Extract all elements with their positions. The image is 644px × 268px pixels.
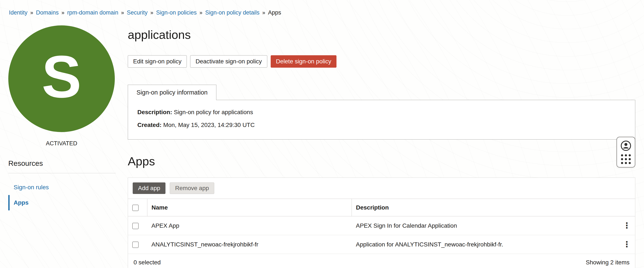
description-value: Sign-on policy for applications [174,109,253,115]
kebab-menu-icon[interactable]: ⋮ [623,221,631,230]
policy-actions: Edit sign-on policy Deactivate sign-on p… [128,55,635,68]
main-content: applications Edit sign-on policy Deactiv… [128,19,644,268]
status-badge: ACTIVATED [8,140,115,147]
breadcrumb-sign-on-policies[interactable]: Sign-on policies [156,9,197,16]
sidebar-item-apps[interactable]: Apps [8,195,128,210]
apps-grid-icon[interactable] [621,154,631,164]
breadcrumb: Identity » Domains » rpm-domain domain »… [0,0,644,16]
apps-card: Add app Remove app Name Description [128,178,635,268]
breadcrumb-security[interactable]: Security [127,9,148,16]
apps-table: Name Description APEX App APEX Sign In f… [128,199,635,254]
apps-toolbar: Add app Remove app [128,178,635,199]
column-header-name: Name [147,199,352,216]
row-actions-cell: ⋮ [617,216,635,235]
table-row: APEX App APEX Sign In for Calendar Appli… [128,216,635,235]
sidebar-divider [8,173,116,173]
breadcrumb-sign-on-policy-details[interactable]: Sign-on policy details [205,9,260,16]
app-description-cell: APEX Sign In for Calendar Application [352,216,617,235]
breadcrumb-separator-icon: » [62,10,64,16]
breadcrumb-separator-icon: » [150,10,153,16]
breadcrumb-domains[interactable]: Domains [36,9,59,16]
edit-sign-on-policy-button[interactable]: Edit sign-on policy [128,55,187,68]
table-footer: 0 selected Showing 2 items [128,254,635,268]
policy-info-panel: Description: Sign-on policy for applicat… [128,100,635,140]
app-description-cell: Application for ANALYTICSINST_newoac-fre… [352,235,617,254]
deactivate-sign-on-policy-button[interactable]: Deactivate sign-on policy [190,55,267,68]
breadcrumb-separator-icon: » [30,10,33,16]
sidebar: S ACTIVATED Resources Sign-on rules Apps [0,19,128,268]
policy-avatar: S [8,25,115,132]
table-header-row: Name Description [128,199,635,216]
delete-sign-on-policy-button[interactable]: Delete sign-on policy [271,55,337,68]
breadcrumb-current-apps: Apps [268,9,281,16]
selected-count: 0 selected [134,259,161,266]
row-actions-cell: ⋮ [617,235,635,254]
apps-section-title: Apps [128,155,635,168]
row-select-cell [128,216,147,235]
resources-nav: Sign-on rules Apps [8,180,128,210]
table-row: ANALYTICSINST_newoac-frekjrohbikf-fr App… [128,235,635,254]
page-title: applications [128,28,635,41]
app-name-cell: ANALYTICSINST_newoac-frekjrohbikf-fr [147,235,352,254]
remove-app-button[interactable]: Remove app [170,182,214,194]
description-field: Description: Sign-on policy for applicat… [137,109,626,116]
row-checkbox[interactable] [132,241,139,248]
tab-sign-on-policy-information[interactable]: Sign-on policy information [128,85,216,100]
created-field: Created: Mon, May 15, 2023, 14:29:30 UTC [137,121,626,129]
add-app-button[interactable]: Add app [133,182,166,194]
breadcrumb-separator-icon: » [121,10,124,16]
assistant-icon[interactable] [620,140,632,151]
breadcrumb-identity[interactable]: Identity [9,9,28,16]
policy-info-tabs: Sign-on policy information Description: … [128,85,635,140]
select-all-cell [128,199,147,216]
description-label: Description: [137,109,172,115]
avatar-letter: S [42,47,82,106]
showing-count: Showing 2 items [586,259,630,266]
app-name-cell: APEX App [147,216,352,235]
created-value: Mon, May 15, 2023, 14:29:30 UTC [163,122,255,128]
created-label: Created: [137,122,162,128]
resources-title: Resources [8,159,128,168]
row-select-cell [128,235,147,254]
breadcrumb-rpm-domain[interactable]: rpm-domain domain [67,9,118,16]
row-checkbox[interactable] [132,223,139,229]
assistant-widget[interactable] [616,137,635,168]
select-all-checkbox[interactable] [132,205,139,211]
kebab-menu-icon[interactable]: ⋮ [623,240,631,248]
breadcrumb-separator-icon: » [200,10,202,16]
breadcrumb-separator-icon: » [262,10,265,16]
sidebar-item-sign-on-rules[interactable]: Sign-on rules [8,180,128,195]
column-header-description: Description [352,199,635,216]
